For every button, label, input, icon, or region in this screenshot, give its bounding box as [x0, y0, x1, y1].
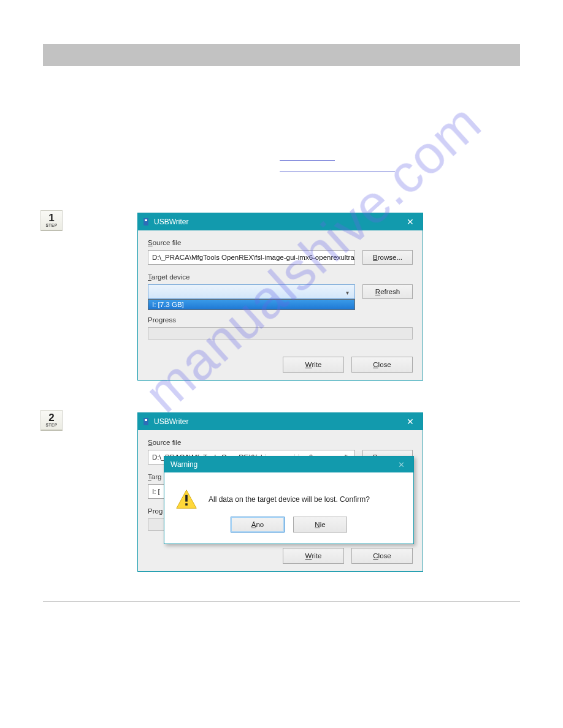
close-icon: ✕ [407, 417, 414, 427]
browse-button[interactable]: Browse... [362, 250, 413, 265]
chevron-down-icon: ▾ [342, 287, 352, 297]
dropdown-item-i[interactable]: I: [7.3 GB] [148, 300, 354, 309]
close-icon: ✕ [407, 217, 414, 227]
usb-icon [142, 218, 150, 226]
target-dropdown-list: I: [7.3 GB] [148, 299, 355, 310]
page-header-bar [43, 44, 520, 66]
warning-dialog: Warning ✕ All data on the target device … [164, 456, 414, 544]
svg-rect-0 [144, 218, 148, 226]
progress-label: Progress [148, 316, 413, 324]
window-close-button[interactable]: ✕ [398, 413, 423, 430]
close-icon: ✕ [398, 460, 405, 469]
source-file-input[interactable]: D:\_PRACA\MfgTools OpenREX\fsl-image-gui… [148, 250, 355, 265]
window-title: USBWriter [154, 218, 188, 226]
warning-message: All data on the target device will be lo… [209, 495, 370, 504]
svg-rect-5 [185, 495, 188, 502]
step-badge-1: 1 STEP [40, 210, 63, 231]
warning-icon [175, 488, 197, 510]
page-footer-rule [43, 601, 520, 602]
refresh-button[interactable]: Refresh [362, 284, 413, 299]
step-label: STEP [46, 223, 58, 227]
svg-rect-6 [185, 503, 188, 506]
write-button[interactable]: Write [283, 357, 344, 373]
close-button[interactable]: Close [351, 548, 413, 564]
step-label: STEP [46, 423, 58, 427]
warning-titlebar[interactable]: Warning ✕ [164, 457, 413, 472]
window-titlebar[interactable]: USBWriter ✕ [138, 413, 423, 430]
usbwriter-window-2: USBWriter ✕ Source file D:\_PRACA\MfgToo… [137, 412, 423, 572]
svg-rect-3 [145, 419, 147, 421]
link-underline-1 [280, 160, 335, 161]
step-number: 2 [48, 413, 54, 423]
window-title: USBWriter [154, 417, 188, 426]
target-device-combo[interactable]: ▾ I: [7.3 GB] [148, 284, 355, 299]
window-close-button[interactable]: ✕ [398, 213, 423, 230]
step-number: 1 [48, 213, 54, 223]
window-titlebar[interactable]: USBWriter ✕ [138, 213, 423, 230]
write-button[interactable]: Write [283, 548, 344, 564]
svg-rect-2 [144, 418, 148, 425]
source-file-label: Source file [148, 439, 413, 446]
svg-rect-1 [145, 219, 147, 221]
usbwriter-window-1: USBWriter ✕ Source file D:\_PRACA\MfgToo… [137, 213, 423, 381]
warning-close-button[interactable]: ✕ [389, 457, 413, 472]
step-badge-2: 2 STEP [40, 410, 63, 431]
usb-icon [142, 417, 150, 426]
close-button[interactable]: Close [351, 357, 413, 373]
link-underline-2 [280, 172, 395, 172]
confirm-no-button[interactable]: Nie [293, 517, 347, 533]
progress-bar [148, 327, 413, 339]
target-device-label: Target device [148, 273, 413, 281]
confirm-yes-button[interactable]: Áno [231, 517, 285, 533]
source-file-label: Source file [148, 239, 413, 246]
warning-title-text: Warning [170, 460, 197, 469]
